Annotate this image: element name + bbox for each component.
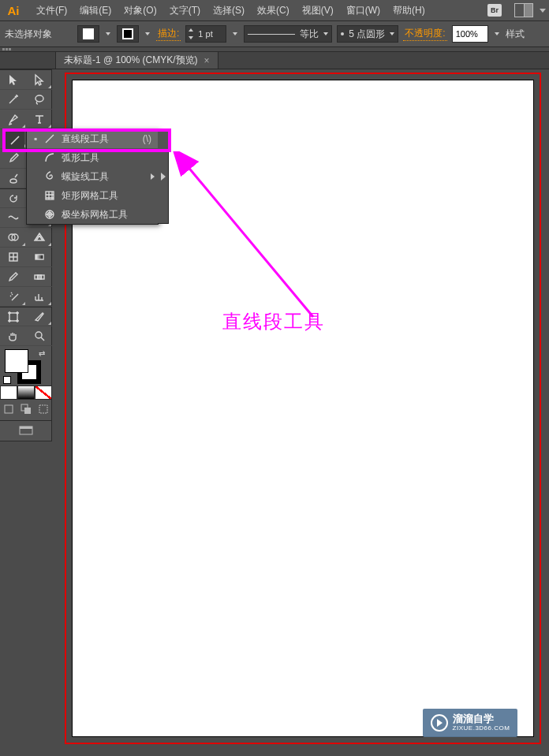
hand-tool[interactable] bbox=[0, 326, 26, 346]
variable-width-profile[interactable]: 等比 bbox=[244, 25, 332, 43]
artboard-tool[interactable] bbox=[0, 307, 26, 326]
brush-definition[interactable]: 5 点圆形 bbox=[337, 25, 398, 43]
magic-wand-tool[interactable] bbox=[0, 90, 26, 110]
svg-rect-17 bbox=[5, 405, 13, 413]
selection-tool[interactable] bbox=[0, 70, 26, 90]
bridge-icon[interactable]: Br bbox=[487, 4, 502, 17]
screen-mode-button[interactable] bbox=[0, 420, 51, 441]
slice-tool[interactable] bbox=[26, 307, 52, 326]
line-segment-tool-active[interactable] bbox=[6, 132, 24, 149]
line-tool-flyout: ▪ 直线段工具 (\) 弧形工具 螺旋线工具 矩形网格工具 极坐标网格工具 bbox=[26, 128, 159, 225]
document-tab-title: 未标题-1 @ 100% (CMYK/预览) bbox=[64, 54, 198, 67]
watermark-url: ZIXUE.3D66.COM bbox=[453, 725, 510, 732]
flyout-item-label: 极坐标网格工具 bbox=[62, 208, 128, 222]
stroke-weight-down[interactable] bbox=[186, 34, 196, 42]
lasso-tool[interactable] bbox=[26, 90, 52, 110]
svg-rect-19 bbox=[24, 408, 31, 414]
svg-rect-11 bbox=[35, 255, 43, 259]
opacity-dropdown[interactable] bbox=[493, 25, 501, 43]
paintbrush-tool[interactable] bbox=[0, 149, 26, 169]
menu-view[interactable]: 视图(V) bbox=[296, 0, 340, 21]
toolbox: ⇄ bbox=[0, 69, 52, 441]
svg-point-16 bbox=[35, 332, 42, 338]
stroke-dropdown[interactable] bbox=[144, 25, 151, 43]
flyout-tearoff-handle[interactable] bbox=[158, 129, 169, 224]
stroke-weight-input[interactable] bbox=[196, 29, 226, 39]
document-tab-row: 未标题-1 @ 100% (CMYK/预览) × bbox=[0, 52, 549, 69]
menu-object[interactable]: 对象(O) bbox=[118, 0, 162, 21]
swap-fill-stroke-icon[interactable]: ⇄ bbox=[39, 349, 45, 358]
style-label: 样式 bbox=[506, 28, 525, 41]
direct-selection-tool[interactable] bbox=[26, 70, 52, 90]
dock-grip[interactable] bbox=[0, 47, 549, 52]
svg-rect-13 bbox=[40, 275, 44, 279]
document-tab[interactable]: 未标题-1 @ 100% (CMYK/预览) × bbox=[55, 51, 218, 69]
flyout-polar-grid-tool[interactable]: 极坐标网格工具 bbox=[27, 205, 158, 224]
svg-rect-20 bbox=[39, 405, 47, 413]
variable-width-label: 等比 bbox=[300, 28, 319, 41]
column-graph-tool[interactable] bbox=[26, 287, 52, 307]
arrange-documents-icon[interactable] bbox=[514, 3, 533, 17]
brush-definition-label: 5 点圆形 bbox=[349, 28, 385, 41]
opacity-label[interactable]: 不透明度: bbox=[403, 27, 446, 41]
eyedropper-tool[interactable] bbox=[0, 267, 26, 287]
shape-builder-tool[interactable] bbox=[0, 228, 26, 248]
zoom-tool[interactable] bbox=[26, 326, 52, 346]
submenu-arrow-icon bbox=[151, 173, 155, 180]
flyout-rectangular-grid-tool[interactable]: 矩形网格工具 bbox=[27, 186, 158, 205]
watermark-play-icon bbox=[431, 714, 448, 732]
watermark: 溜溜自学 ZIXUE.3D66.COM bbox=[423, 709, 517, 737]
arrange-documents-dropdown[interactable] bbox=[540, 9, 546, 13]
menu-effect[interactable]: 效果(C) bbox=[251, 0, 296, 21]
menu-window[interactable]: 窗口(W) bbox=[340, 0, 387, 21]
svg-rect-12 bbox=[35, 275, 39, 279]
flyout-arc-tool[interactable]: 弧形工具 bbox=[27, 148, 158, 167]
rotate-tool[interactable] bbox=[0, 188, 26, 208]
draw-normal-icon[interactable] bbox=[0, 401, 17, 417]
color-mode-none[interactable] bbox=[35, 385, 52, 400]
stroke-weight-up[interactable] bbox=[186, 26, 196, 34]
perspective-grid-tool[interactable] bbox=[26, 228, 52, 248]
options-bar: 未选择对象 描边: 等比 5 点圆形 不透明度: 100% 样式 bbox=[0, 21, 549, 47]
stroke-weight-dropdown[interactable] bbox=[231, 25, 239, 43]
symbol-sprayer-tool[interactable] bbox=[0, 287, 26, 307]
flyout-line-segment-tool[interactable]: ▪ 直线段工具 (\) bbox=[27, 129, 158, 148]
flyout-item-label: 弧形工具 bbox=[62, 151, 99, 165]
flyout-item-label: 螺旋线工具 bbox=[62, 170, 109, 184]
selection-status: 未选择对象 bbox=[5, 28, 73, 41]
menu-file[interactable]: 文件(F) bbox=[30, 0, 73, 21]
menu-edit[interactable]: 编辑(E) bbox=[73, 0, 118, 21]
flyout-item-label: 矩形网格工具 bbox=[62, 189, 118, 203]
flyout-spiral-tool[interactable]: 螺旋线工具 bbox=[27, 167, 158, 186]
default-fill-stroke-icon[interactable] bbox=[3, 376, 11, 384]
fill-color-icon[interactable] bbox=[5, 349, 28, 373]
annotation-text: 直线段工具 bbox=[222, 309, 325, 334]
stroke-swatch[interactable] bbox=[117, 25, 139, 43]
color-mode-solid[interactable] bbox=[0, 385, 17, 400]
width-tool[interactable] bbox=[0, 208, 26, 228]
gradient-tool[interactable] bbox=[26, 248, 52, 267]
stroke-weight-field[interactable] bbox=[185, 25, 226, 43]
pen-tool[interactable] bbox=[0, 110, 26, 129]
mesh-tool[interactable] bbox=[0, 248, 26, 267]
app-logo: Ai bbox=[3, 2, 24, 18]
color-mode-gradient[interactable] bbox=[17, 385, 35, 400]
blob-brush-tool[interactable] bbox=[0, 169, 26, 188]
menu-type[interactable]: 文字(T) bbox=[163, 0, 207, 21]
draw-behind-icon[interactable] bbox=[17, 401, 35, 417]
blend-tool[interactable] bbox=[26, 267, 52, 287]
fill-dropdown[interactable] bbox=[104, 25, 112, 43]
fill-stroke-control[interactable]: ⇄ bbox=[0, 346, 51, 385]
svg-rect-22 bbox=[20, 426, 32, 429]
menubar: Ai 文件(F) 编辑(E) 对象(O) 文字(T) 选择(S) 效果(C) 视… bbox=[0, 0, 549, 21]
svg-rect-14 bbox=[37, 275, 41, 279]
menu-select[interactable]: 选择(S) bbox=[207, 0, 251, 21]
document-tab-close-icon[interactable]: × bbox=[204, 55, 210, 66]
type-tool[interactable] bbox=[26, 110, 52, 129]
opacity-value[interactable]: 100% bbox=[452, 25, 488, 43]
draw-inside-icon[interactable] bbox=[35, 401, 52, 417]
stroke-label[interactable]: 描边: bbox=[156, 27, 181, 41]
fill-swatch[interactable] bbox=[77, 25, 99, 43]
menu-help[interactable]: 帮助(H) bbox=[387, 0, 431, 21]
flyout-item-label: 直线段工具 bbox=[62, 132, 109, 146]
